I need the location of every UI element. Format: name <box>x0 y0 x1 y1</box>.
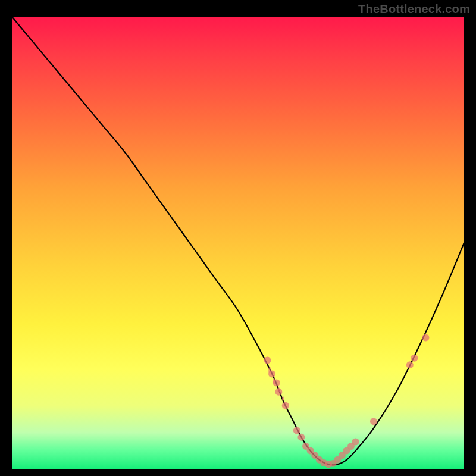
plot-area <box>12 17 464 469</box>
data-point <box>298 434 305 441</box>
curve-drip-accent <box>273 378 275 384</box>
data-point <box>352 438 359 445</box>
data-point <box>411 355 418 362</box>
data-point-markers <box>264 334 429 468</box>
curve-drip-accent <box>282 396 284 400</box>
bottleneck-curve-line <box>12 17 464 465</box>
data-point <box>406 361 414 368</box>
curve-drip-accent <box>277 387 280 392</box>
data-point <box>422 334 429 342</box>
data-point <box>370 418 377 425</box>
data-point <box>293 427 300 434</box>
curve-drip-accent <box>268 367 271 373</box>
chart-svg <box>12 17 464 469</box>
data-point <box>282 402 289 409</box>
chart-stage: TheBottleneck.com <box>0 0 476 476</box>
watermark-text: TheBottleneck.com <box>358 2 470 16</box>
data-point <box>264 357 271 364</box>
